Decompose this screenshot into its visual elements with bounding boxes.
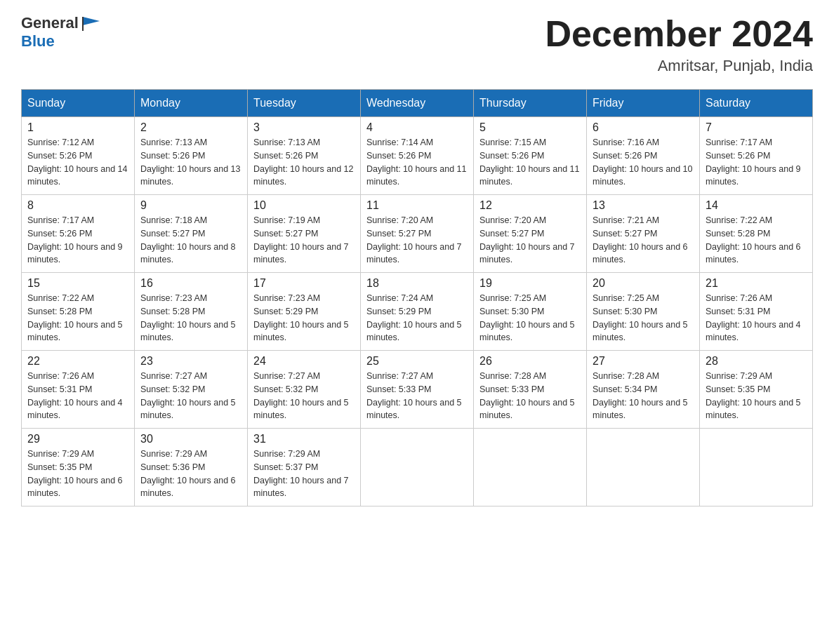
table-row: 30Sunrise: 7:29 AMSunset: 5:36 PMDayligh… bbox=[135, 429, 248, 507]
col-wednesday: Wednesday bbox=[361, 90, 474, 117]
day-info: Sunrise: 7:22 AMSunset: 5:28 PMDaylight:… bbox=[27, 292, 128, 344]
day-info: Sunrise: 7:19 AMSunset: 5:27 PMDaylight:… bbox=[253, 214, 355, 267]
day-info: Sunrise: 7:28 AMSunset: 5:33 PMDaylight:… bbox=[479, 370, 581, 422]
day-info: Sunrise: 7:18 AMSunset: 5:27 PMDaylight:… bbox=[140, 214, 241, 267]
table-row: 17Sunrise: 7:23 AMSunset: 5:29 PMDayligh… bbox=[248, 273, 361, 351]
day-number: 6 bbox=[593, 121, 694, 134]
day-info: Sunrise: 7:17 AMSunset: 5:26 PMDaylight:… bbox=[27, 214, 128, 267]
col-monday: Monday bbox=[135, 90, 248, 117]
table-row: 24Sunrise: 7:27 AMSunset: 5:32 PMDayligh… bbox=[248, 351, 361, 429]
table-row: 7Sunrise: 7:17 AMSunset: 5:26 PMDaylight… bbox=[700, 117, 813, 195]
day-info: Sunrise: 7:27 AMSunset: 5:32 PMDaylight:… bbox=[140, 370, 241, 422]
day-number: 10 bbox=[253, 199, 355, 212]
day-number: 12 bbox=[479, 199, 581, 212]
day-info: Sunrise: 7:21 AMSunset: 5:27 PMDaylight:… bbox=[593, 214, 694, 267]
logo-blue-text: Blue bbox=[21, 32, 55, 51]
calendar-week-row: 15Sunrise: 7:22 AMSunset: 5:28 PMDayligh… bbox=[22, 273, 813, 351]
table-row: 13Sunrise: 7:21 AMSunset: 5:27 PMDayligh… bbox=[587, 195, 700, 273]
logo-flag-icon bbox=[80, 15, 100, 31]
table-row: 31Sunrise: 7:29 AMSunset: 5:37 PMDayligh… bbox=[248, 429, 361, 507]
day-info: Sunrise: 7:29 AMSunset: 5:37 PMDaylight:… bbox=[253, 448, 355, 500]
col-thursday: Thursday bbox=[474, 90, 587, 117]
month-title: December 2024 bbox=[545, 14, 813, 54]
day-number: 11 bbox=[366, 199, 468, 212]
logo-general: General bbox=[21, 14, 79, 32]
logo-text: General bbox=[21, 14, 101, 32]
day-info: Sunrise: 7:29 AMSunset: 5:35 PMDaylight:… bbox=[27, 448, 128, 500]
day-number: 17 bbox=[253, 277, 355, 290]
calendar-week-row: 8Sunrise: 7:17 AMSunset: 5:26 PMDaylight… bbox=[22, 195, 813, 273]
day-number: 18 bbox=[366, 277, 468, 290]
table-row: 1Sunrise: 7:12 AMSunset: 5:26 PMDaylight… bbox=[22, 117, 135, 195]
table-row: 21Sunrise: 7:26 AMSunset: 5:31 PMDayligh… bbox=[700, 273, 813, 351]
day-number: 19 bbox=[479, 277, 581, 290]
table-row: 18Sunrise: 7:24 AMSunset: 5:29 PMDayligh… bbox=[361, 273, 474, 351]
header-row: Sunday Monday Tuesday Wednesday Thursday… bbox=[22, 90, 813, 117]
day-info: Sunrise: 7:16 AMSunset: 5:26 PMDaylight:… bbox=[593, 136, 694, 189]
day-number: 22 bbox=[27, 355, 128, 368]
day-info: Sunrise: 7:20 AMSunset: 5:27 PMDaylight:… bbox=[366, 214, 468, 267]
day-info: Sunrise: 7:15 AMSunset: 5:26 PMDaylight:… bbox=[479, 136, 581, 189]
day-number: 20 bbox=[593, 277, 694, 290]
table-row: 3Sunrise: 7:13 AMSunset: 5:26 PMDaylight… bbox=[248, 117, 361, 195]
day-info: Sunrise: 7:27 AMSunset: 5:33 PMDaylight:… bbox=[366, 370, 468, 422]
day-number: 13 bbox=[593, 199, 694, 212]
day-number: 26 bbox=[479, 355, 581, 368]
col-saturday: Saturday bbox=[700, 90, 813, 117]
col-sunday: Sunday bbox=[22, 90, 135, 117]
table-row: 19Sunrise: 7:25 AMSunset: 5:30 PMDayligh… bbox=[474, 273, 587, 351]
day-info: Sunrise: 7:23 AMSunset: 5:28 PMDaylight:… bbox=[140, 292, 241, 344]
table-row: 12Sunrise: 7:20 AMSunset: 5:27 PMDayligh… bbox=[474, 195, 587, 273]
table-row: 23Sunrise: 7:27 AMSunset: 5:32 PMDayligh… bbox=[135, 351, 248, 429]
table-row: 10Sunrise: 7:19 AMSunset: 5:27 PMDayligh… bbox=[248, 195, 361, 273]
day-number: 31 bbox=[253, 433, 355, 445]
day-number: 24 bbox=[253, 355, 355, 368]
day-number: 16 bbox=[140, 277, 241, 290]
day-info: Sunrise: 7:22 AMSunset: 5:28 PMDaylight:… bbox=[706, 214, 807, 267]
day-number: 8 bbox=[27, 199, 128, 212]
day-number: 21 bbox=[706, 277, 807, 290]
day-info: Sunrise: 7:29 AMSunset: 5:36 PMDaylight:… bbox=[140, 448, 241, 500]
table-row: 15Sunrise: 7:22 AMSunset: 5:28 PMDayligh… bbox=[22, 273, 135, 351]
day-number: 28 bbox=[706, 355, 807, 368]
day-info: Sunrise: 7:29 AMSunset: 5:35 PMDaylight:… bbox=[706, 370, 807, 422]
table-row: 25Sunrise: 7:27 AMSunset: 5:33 PMDayligh… bbox=[361, 351, 474, 429]
day-info: Sunrise: 7:24 AMSunset: 5:29 PMDaylight:… bbox=[366, 292, 468, 344]
table-row: 22Sunrise: 7:26 AMSunset: 5:31 PMDayligh… bbox=[22, 351, 135, 429]
table-row: 29Sunrise: 7:29 AMSunset: 5:35 PMDayligh… bbox=[22, 429, 135, 507]
location-title: Amritsar, Punjab, India bbox=[545, 57, 813, 75]
day-info: Sunrise: 7:14 AMSunset: 5:26 PMDaylight:… bbox=[366, 136, 468, 189]
day-info: Sunrise: 7:17 AMSunset: 5:26 PMDaylight:… bbox=[706, 136, 807, 189]
calendar-week-row: 29Sunrise: 7:29 AMSunset: 5:35 PMDayligh… bbox=[22, 429, 813, 507]
day-info: Sunrise: 7:27 AMSunset: 5:32 PMDaylight:… bbox=[253, 370, 355, 422]
table-row bbox=[361, 429, 474, 507]
table-row: 8Sunrise: 7:17 AMSunset: 5:26 PMDaylight… bbox=[22, 195, 135, 273]
table-row: 9Sunrise: 7:18 AMSunset: 5:27 PMDaylight… bbox=[135, 195, 248, 273]
day-info: Sunrise: 7:23 AMSunset: 5:29 PMDaylight:… bbox=[253, 292, 355, 344]
day-number: 5 bbox=[479, 121, 581, 134]
col-friday: Friday bbox=[587, 90, 700, 117]
day-number: 2 bbox=[140, 121, 241, 134]
day-info: Sunrise: 7:20 AMSunset: 5:27 PMDaylight:… bbox=[479, 214, 581, 267]
day-number: 27 bbox=[593, 355, 694, 368]
day-number: 15 bbox=[27, 277, 128, 290]
day-info: Sunrise: 7:12 AMSunset: 5:26 PMDaylight:… bbox=[27, 136, 128, 189]
day-info: Sunrise: 7:13 AMSunset: 5:26 PMDaylight:… bbox=[140, 136, 241, 189]
day-number: 7 bbox=[706, 121, 807, 134]
title-area: December 2024 Amritsar, Punjab, India bbox=[545, 14, 813, 75]
calendar-table: Sunday Monday Tuesday Wednesday Thursday… bbox=[21, 89, 813, 507]
day-number: 29 bbox=[27, 433, 128, 445]
logo: General Blue bbox=[21, 14, 101, 51]
day-number: 30 bbox=[140, 433, 241, 445]
table-row: 27Sunrise: 7:28 AMSunset: 5:34 PMDayligh… bbox=[587, 351, 700, 429]
table-row: 6Sunrise: 7:16 AMSunset: 5:26 PMDaylight… bbox=[587, 117, 700, 195]
day-number: 4 bbox=[366, 121, 468, 134]
calendar-week-row: 1Sunrise: 7:12 AMSunset: 5:26 PMDaylight… bbox=[22, 117, 813, 195]
table-row bbox=[474, 429, 587, 507]
day-info: Sunrise: 7:25 AMSunset: 5:30 PMDaylight:… bbox=[479, 292, 581, 344]
page-header: General Blue December 2024 Amritsar, Pun… bbox=[21, 14, 813, 75]
table-row: 20Sunrise: 7:25 AMSunset: 5:30 PMDayligh… bbox=[587, 273, 700, 351]
day-number: 25 bbox=[366, 355, 468, 368]
table-row: 5Sunrise: 7:15 AMSunset: 5:26 PMDaylight… bbox=[474, 117, 587, 195]
day-info: Sunrise: 7:25 AMSunset: 5:30 PMDaylight:… bbox=[593, 292, 694, 344]
